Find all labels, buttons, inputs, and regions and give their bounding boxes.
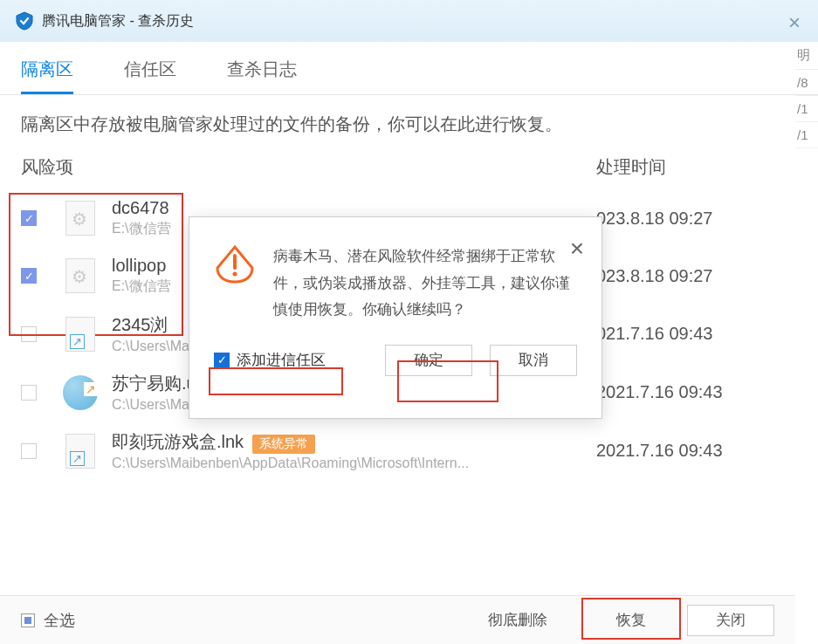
restore-button[interactable]: 恢复 [588,605,675,636]
tab-scan-log[interactable]: 查杀日志 [227,58,297,94]
row-time: 023.8.18 09:27 [596,266,797,286]
globe-icon [63,375,98,410]
row-checkbox[interactable] [21,443,37,459]
dialog-close-icon[interactable]: × [570,235,584,263]
row-time: 021.7.16 09:43 [596,324,797,344]
highlight-box-trust [209,367,343,395]
cancel-button[interactable]: 取消 [490,345,577,376]
svg-point-1 [233,272,237,277]
table-row[interactable]: 即刻玩游戏盒.lnk系统异常 C:\Users\Maibenben\AppDat… [0,421,818,480]
row-checkbox[interactable] [21,385,37,401]
confirm-button[interactable]: 确定 [385,345,472,376]
titlebar: 腾讯电脑管家 - 查杀历史 × [0,0,818,42]
close-button[interactable]: 关闭 [687,605,774,636]
delete-forever-button[interactable]: 彻底删除 [474,605,561,636]
app-shield-icon [14,10,35,31]
row-checkbox[interactable]: ✓ [21,268,37,284]
tab-quarantine[interactable]: 隔离区 [21,58,73,94]
row-checkbox[interactable] [21,326,37,342]
table-header: 风险项 处理时间 [0,145,818,189]
dialog-message: 病毒木马、潜在风险软件经常捆绑于正常软件，或伪装成播放器、外挂等工具，建议你谨慎… [273,243,577,324]
row-name: dc6478 [112,198,596,218]
file-icon [63,201,98,236]
titlebar-title: 腾讯电脑管家 - 查杀历史 [42,12,194,31]
footer-bar: 全选 彻底删除 恢复 关闭 [0,595,795,644]
add-to-trust-checkbox[interactable]: ✓添加进信任区 [214,350,326,370]
column-risk: 风险项 [21,155,596,179]
column-time: 处理时间 [596,155,797,179]
row-checkbox[interactable]: ✓ [21,210,37,226]
right-edge-fragments: 明 /8 /1 /1 [795,42,818,148]
row-path: C:\Users\Maibenben\AppData\Roaming\Micro… [112,456,596,471]
file-icon [63,317,98,352]
row-time: 2021.7.16 09:43 [596,382,797,402]
row-name: 即刻玩游戏盒.lnk系统异常 [112,430,596,454]
window-close-icon[interactable]: × [788,10,801,35]
select-all-checkbox[interactable]: 全选 [21,610,75,631]
file-icon [63,258,98,293]
tab-trust[interactable]: 信任区 [124,58,176,94]
warning-icon [214,243,256,285]
row-time: 023.8.18 09:27 [596,209,797,229]
status-badge: 系统异常 [252,435,315,454]
page-description: 隔离区中存放被电脑管家处理过的文件的备份，你可以在此进行恢复。 [0,95,818,145]
file-icon [63,434,98,469]
row-time: 2021.7.16 09:43 [596,441,797,461]
confirmation-dialog: × 病毒木马、潜在风险软件经常捆绑于正常软件，或伪装成播放器、外挂等工具，建议你… [189,216,602,419]
tabs: 隔离区 信任区 查杀日志 [0,42,818,95]
